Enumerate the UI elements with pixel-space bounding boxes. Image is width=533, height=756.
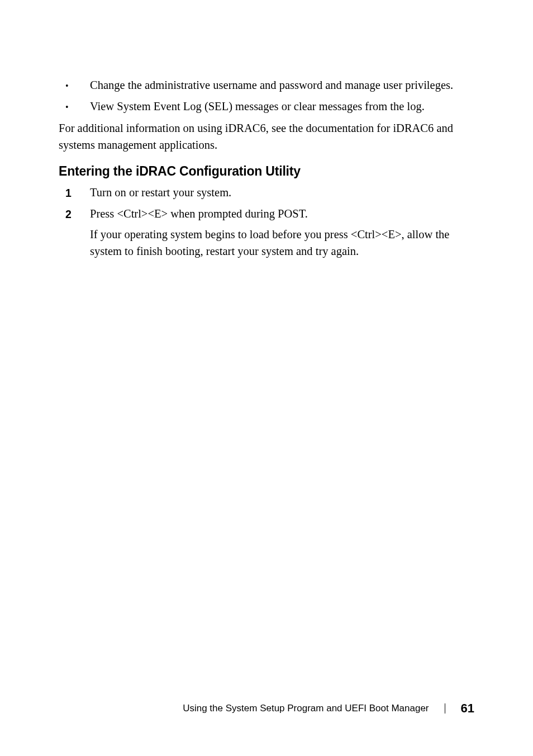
list-item: 1 Turn on or restart your system. — [59, 185, 474, 201]
step-number: 1 — [59, 185, 90, 201]
footer-title: Using the System Setup Program and UEFI … — [183, 703, 429, 714]
section-heading: Entering the iDRAC Configuration Utility — [59, 164, 474, 179]
step-sub-text: If your operating system begins to load … — [90, 226, 474, 259]
step-text: Turn on or restart your system. — [90, 185, 474, 201]
bullet-list: • Change the administrative username and… — [59, 77, 474, 115]
numbered-list: 1 Turn on or restart your system. 2 Pres… — [59, 185, 474, 260]
list-item: • View System Event Log (SEL) messages o… — [59, 98, 474, 115]
footer-divider — [445, 703, 445, 714]
bullet-icon: • — [59, 77, 90, 94]
document-page: • Change the administrative username and… — [0, 0, 533, 260]
bullet-text: View System Event Log (SEL) messages or … — [90, 98, 474, 115]
step-number: 2 — [59, 206, 90, 260]
step-main-text: Press <Ctrl><E> when prompted during POS… — [90, 207, 308, 220]
body-paragraph: For additional information on using iDRA… — [59, 120, 474, 153]
list-item: 2 Press <Ctrl><E> when prompted during P… — [59, 206, 474, 260]
page-footer: Using the System Setup Program and UEFI … — [183, 701, 474, 716]
page-number: 61 — [461, 701, 474, 716]
step-text: Press <Ctrl><E> when prompted during POS… — [90, 206, 474, 260]
bullet-icon: • — [59, 98, 90, 115]
list-item: • Change the administrative username and… — [59, 77, 474, 94]
bullet-text: Change the administrative username and p… — [90, 77, 474, 94]
